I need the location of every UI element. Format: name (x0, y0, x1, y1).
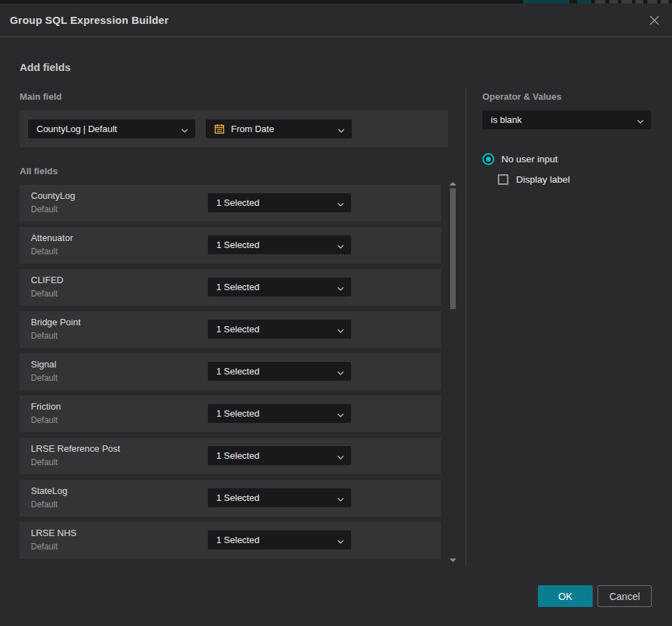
field-name: CountyLog (31, 190, 75, 201)
operator-value: is blank (491, 115, 631, 125)
date-field-icon (214, 124, 225, 134)
field-selected-value: 1 Selected (216, 366, 331, 377)
panel-divider (466, 88, 466, 566)
field-row: LRSE Reference Post Default 1 Selected (20, 438, 441, 474)
field-name: Friction (31, 401, 61, 412)
field-selected-dropdown[interactable]: 1 Selected (208, 193, 351, 212)
chevron-down-icon (337, 281, 344, 294)
radio-selected-icon (482, 153, 494, 165)
field-row: Bridge Point Default 1 Selected (20, 311, 441, 348)
field-name: LRSE Reference Post (31, 443, 120, 454)
field-subtitle: Default (31, 457, 58, 467)
checkbox-unchecked-icon (498, 174, 508, 185)
field-subtitle: Default (31, 331, 58, 341)
dialog-header: Group SQL Expression Builder (0, 4, 672, 37)
scrollbar-thumb[interactable] (450, 188, 456, 309)
screen: Group SQL Expression Builder Add fields … (0, 0, 672, 626)
field-selected-value: 1 Selected (216, 324, 331, 334)
cancel-button[interactable]: Cancel (598, 585, 652, 607)
field-row: LRSE NHS Default 1 Selected (20, 522, 441, 559)
chevron-down-icon (637, 114, 644, 126)
main-field-source-value: CountyLog | Default (37, 124, 176, 134)
scrollbar-up-arrow[interactable] (449, 182, 456, 185)
field-name: LRSE NHS (31, 528, 77, 538)
field-name: StateLog (31, 485, 67, 496)
chevron-down-icon (337, 365, 344, 378)
field-subtitle: Default (31, 247, 58, 256)
field-selected-dropdown[interactable]: 1 Selected (208, 235, 351, 254)
field-subtitle: Default (31, 373, 58, 383)
chevron-down-icon (337, 450, 344, 462)
chevron-down-icon (337, 407, 344, 420)
field-name: CLIFED (31, 275, 63, 285)
field-row: CountyLog Default 1 Selected (20, 185, 441, 221)
field-selected-dropdown[interactable]: 1 Selected (208, 362, 351, 381)
field-selected-dropdown[interactable]: 1 Selected (208, 320, 351, 339)
field-subtitle: Default (31, 542, 58, 552)
field-selected-dropdown[interactable]: 1 Selected (208, 488, 351, 507)
chevron-down-icon (337, 323, 344, 336)
field-name: Bridge Point (31, 317, 81, 327)
field-selected-value: 1 Selected (216, 240, 331, 250)
field-row: Signal Default 1 Selected (20, 353, 441, 390)
field-selected-value: 1 Selected (216, 197, 331, 208)
chevron-down-icon (337, 239, 344, 252)
field-row: CLIFED Default 1 Selected (20, 269, 441, 306)
field-selected-dropdown[interactable]: 1 Selected (208, 446, 351, 465)
add-fields-heading: Add fields (20, 61, 71, 73)
chevron-down-icon (337, 534, 344, 547)
close-icon[interactable] (646, 12, 663, 29)
chevron-down-icon (181, 123, 188, 136)
main-field-panel: CountyLog | Default From Date (20, 110, 448, 148)
main-field-date-value: From Date (231, 124, 332, 134)
field-selected-value: 1 Selected (216, 408, 331, 419)
chevron-down-icon (338, 123, 345, 136)
operator-dropdown[interactable]: is blank (482, 110, 651, 129)
field-selected-dropdown[interactable]: 1 Selected (208, 530, 351, 549)
all-fields-list: CountyLog Default 1 Selected Attenuator … (20, 185, 441, 564)
field-subtitle: Default (31, 500, 58, 509)
scrollbar-down-arrow[interactable] (449, 559, 456, 562)
operator-values-heading: Operator & Values (482, 91, 562, 102)
field-selected-dropdown[interactable]: 1 Selected (208, 404, 351, 423)
main-field-heading: Main field (20, 91, 62, 102)
dialog-title: Group SQL Expression Builder (10, 4, 169, 37)
no-user-input-radio[interactable]: No user input (482, 153, 558, 165)
field-selected-value: 1 Selected (216, 282, 331, 292)
no-user-input-label: No user input (501, 154, 558, 164)
field-selected-value: 1 Selected (216, 493, 331, 503)
field-row: StateLog Default 1 Selected (20, 480, 441, 516)
field-selected-dropdown[interactable]: 1 Selected (208, 278, 351, 296)
chevron-down-icon (337, 197, 344, 209)
field-row: Friction Default 1 Selected (20, 396, 441, 432)
chevron-down-icon (337, 492, 344, 504)
group-sql-expression-builder-dialog: Group SQL Expression Builder Add fields … (0, 4, 672, 626)
field-selected-value: 1 Selected (216, 450, 331, 461)
field-subtitle: Default (31, 204, 58, 214)
all-fields-heading: All fields (20, 166, 58, 176)
ok-button[interactable]: OK (538, 585, 593, 607)
field-name: Signal (31, 359, 56, 370)
field-row: Attenuator Default 1 Selected (20, 227, 441, 263)
field-name: Attenuator (31, 233, 73, 243)
field-subtitle: Default (31, 289, 58, 299)
main-field-date-dropdown[interactable]: From Date (206, 119, 352, 138)
main-field-source-dropdown[interactable]: CountyLog | Default (28, 119, 195, 138)
field-subtitle: Default (31, 415, 58, 425)
display-label-label: Display label (516, 174, 570, 185)
field-selected-value: 1 Selected (216, 535, 331, 545)
display-label-checkbox[interactable]: Display label (498, 174, 570, 185)
